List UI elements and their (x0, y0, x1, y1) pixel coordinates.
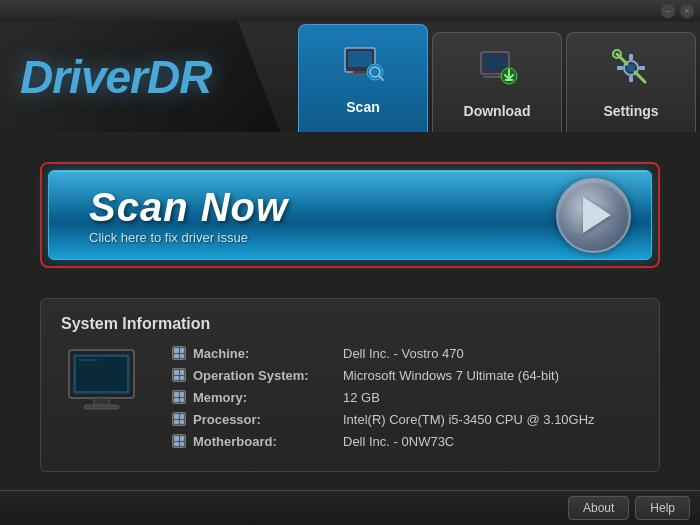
os-value: Microsoft Windows 7 Ultimate (64-bit) (343, 368, 559, 383)
title-bar: – × (0, 0, 700, 22)
tab-download-label: Download (464, 103, 531, 119)
scan-button-text: Scan Now Click here to fix driver issue (89, 185, 288, 245)
svg-rect-19 (629, 54, 633, 60)
svg-line-6 (379, 76, 383, 80)
footer: About Help (0, 490, 700, 525)
system-info-table: Machine: Dell Inc. - Vostro 470 Operatio… (171, 345, 639, 455)
scan-arrow-button[interactable] (556, 178, 631, 253)
nav-tabs: Scan Download (298, 22, 700, 132)
svg-rect-29 (78, 359, 98, 361)
system-info-panel: System Information (40, 298, 660, 472)
os-key: Operation System: (193, 368, 343, 383)
list-item: Motherboard: Dell Inc. - 0NW73C (171, 433, 639, 449)
header: DriverDR Scan (0, 22, 700, 132)
svg-rect-1 (348, 51, 372, 67)
close-button[interactable]: × (680, 4, 694, 18)
svg-rect-20 (629, 76, 633, 82)
monitor-icon (61, 345, 151, 425)
tab-settings-label: Settings (603, 103, 658, 119)
machine-icon (171, 345, 187, 361)
svg-rect-22 (639, 66, 645, 70)
tab-scan-label: Scan (346, 99, 379, 115)
system-info-title: System Information (61, 315, 639, 333)
scan-tab-icon (341, 42, 385, 95)
list-item: Operation System: Microsoft Windows 7 Ul… (171, 367, 639, 383)
scan-button-wrapper: Scan Now Click here to fix driver issue (40, 162, 660, 268)
processor-icon (171, 411, 187, 427)
machine-key: Machine: (193, 346, 343, 361)
svg-rect-21 (617, 66, 623, 70)
processor-key: Processor: (193, 412, 343, 427)
memory-value: 12 GB (343, 390, 380, 405)
processor-value: Intel(R) Core(TM) i5-3450 CPU @ 3.10GHz (343, 412, 595, 427)
motherboard-key: Motherboard: (193, 434, 343, 449)
about-button[interactable]: About (568, 496, 629, 520)
app-container: DriverDR Scan (0, 22, 700, 525)
svg-line-16 (617, 54, 627, 64)
svg-rect-26 (76, 357, 127, 391)
minimize-button[interactable]: – (661, 4, 675, 18)
scan-button-title: Scan Now (89, 185, 288, 230)
os-icon (171, 367, 187, 383)
help-button[interactable]: Help (635, 496, 690, 520)
settings-tab-icon (609, 46, 653, 99)
motherboard-icon (171, 433, 187, 449)
memory-icon (171, 389, 187, 405)
svg-rect-28 (84, 405, 119, 409)
tab-scan[interactable]: Scan (298, 24, 428, 132)
main-content: Scan Now Click here to fix driver issue … (0, 132, 700, 525)
svg-point-15 (627, 64, 635, 72)
svg-rect-8 (484, 55, 506, 69)
download-tab-icon (475, 46, 519, 99)
motherboard-value: Dell Inc. - 0NW73C (343, 434, 454, 449)
memory-key: Memory: (193, 390, 343, 405)
app-logo: DriverDR (20, 50, 211, 104)
svg-rect-10 (483, 76, 503, 78)
arrow-icon (583, 197, 611, 233)
list-item: Processor: Intel(R) Core(TM) i5-3450 CPU… (171, 411, 639, 427)
logo-area: DriverDR (0, 22, 280, 132)
system-info-content: Machine: Dell Inc. - Vostro 470 Operatio… (61, 345, 639, 455)
list-item: Memory: 12 GB (171, 389, 639, 405)
machine-value: Dell Inc. - Vostro 470 (343, 346, 464, 361)
tab-download[interactable]: Download (432, 32, 562, 132)
scan-button-subtitle: Click here to fix driver issue (89, 230, 288, 245)
svg-line-18 (635, 72, 645, 82)
tab-settings[interactable]: Settings (566, 32, 696, 132)
scan-now-button[interactable]: Scan Now Click here to fix driver issue (48, 170, 652, 260)
list-item: Machine: Dell Inc. - Vostro 470 (171, 345, 639, 361)
